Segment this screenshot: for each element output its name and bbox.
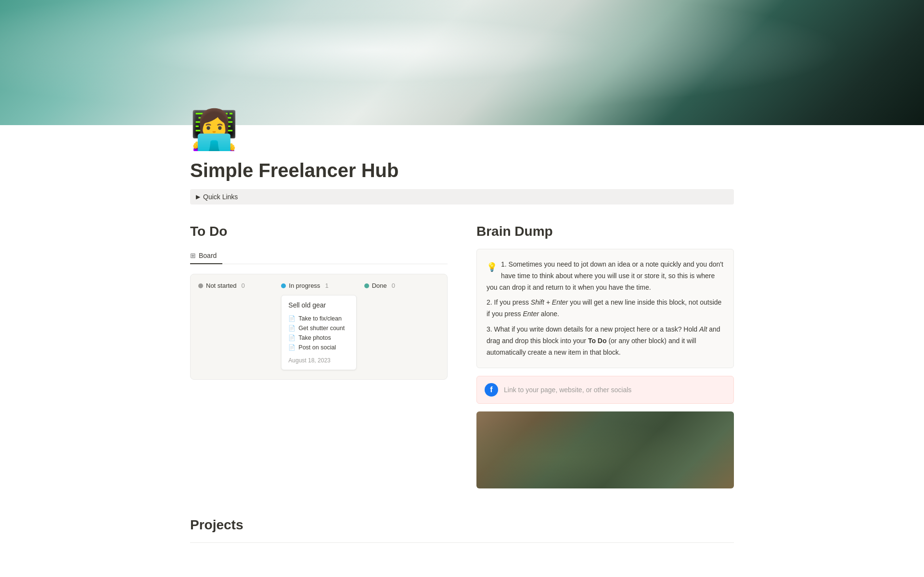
not-started-dot [198,283,203,288]
card-item-text-2: Get shutter count [298,325,345,332]
quick-links-arrow-icon: ▶ [196,193,200,200]
kanban-board: Not started 0 In progress 1 Sell old gea… [190,274,448,380]
card-item-text-3: Take photos [298,334,331,341]
card-item-4: 📄 Post on social [288,343,349,352]
page-icon: 👩‍💻 [190,111,233,154]
kanban-col-header-in-progress: In progress 1 [281,282,356,289]
main-two-col: To Do ⊞ Board Not started 0 [190,224,734,488]
brain-dump-point3: 3. What if you write down details for a … [487,324,724,358]
board-tab-label: Board [199,252,217,259]
done-name: Done [372,282,387,289]
card-title: Sell old gear [288,301,349,309]
brain-dump-section: Brain Dump 💡 1. Sometimes you need to jo… [476,224,734,488]
facebook-icon: f [485,383,498,397]
not-started-name: Not started [206,282,237,289]
board-tab-bar: ⊞ Board [190,249,448,264]
kanban-col-header-not-started: Not started 0 [198,282,273,289]
not-started-count: 0 [242,282,245,289]
quick-links-label: Quick Links [203,193,238,201]
card-date: August 18, 2023 [288,357,349,364]
card-item-text-4: Post on social [298,344,336,351]
card-item-2: 📄 Get shutter count [288,323,349,333]
kanban-col-not-started: Not started 0 [198,282,273,372]
board-tab[interactable]: ⊞ Board [190,249,222,264]
card-item-doc-icon-2: 📄 [288,325,295,332]
todo-section: To Do ⊞ Board Not started 0 [190,224,448,488]
social-link-placeholder: Link to your page, website, or other soc… [504,386,631,394]
brain-dump-title: Brain Dump [476,224,734,239]
brain-dump-point1: 1. Sometimes you need to jot down an ide… [487,259,724,293]
card-item-doc-icon-1: 📄 [288,315,295,322]
quick-links-toggle[interactable]: ▶ Quick Links [190,189,734,205]
done-dot [364,283,369,288]
photo-placeholder [476,411,734,488]
bulb-icon: 💡 [487,260,497,275]
card-item-1: 📄 Take to fix/clean [288,314,349,323]
projects-section: Projects [190,517,734,543]
brain-dump-point2: 2. If you press Shift + Enter you will g… [487,297,724,320]
social-link-block[interactable]: f Link to your page, website, or other s… [476,376,734,404]
kanban-col-in-progress: In progress 1 Sell old gear 📄 Take to fi… [281,282,356,372]
in-progress-dot [281,283,286,288]
card-item-text-1: Take to fix/clean [298,315,342,322]
brain-dump-note[interactable]: 💡 1. Sometimes you need to jot down an i… [476,249,734,368]
card-item-doc-icon-3: 📄 [288,334,295,341]
board-tab-icon: ⊞ [190,252,196,259]
kanban-col-done: Done 0 [364,282,439,372]
kanban-col-header-done: Done 0 [364,282,439,289]
todo-title: To Do [190,224,448,239]
card-item-3: 📄 Take photos [288,333,349,343]
card-item-doc-icon-4: 📄 [288,344,295,351]
page-banner [0,0,924,125]
projects-title: Projects [190,517,734,533]
projects-divider [190,542,734,543]
page-title: Simple Freelancer Hub [190,160,734,181]
in-progress-name: In progress [289,282,320,289]
done-count: 0 [392,282,395,289]
in-progress-count: 1 [325,282,328,289]
kanban-card[interactable]: Sell old gear 📄 Take to fix/clean 📄 Get … [281,295,356,370]
